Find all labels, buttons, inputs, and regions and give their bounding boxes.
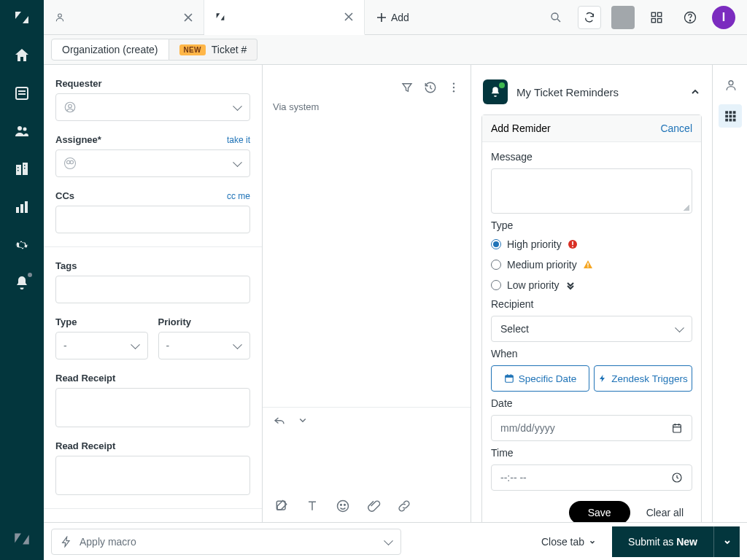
emoji-icon[interactable]	[336, 499, 350, 513]
svg-rect-9	[24, 165, 26, 166]
breadcrumb-ticket[interactable]: NEW Ticket #	[169, 39, 258, 61]
refresh-button[interactable]	[578, 6, 601, 29]
svg-rect-16	[651, 12, 655, 16]
save-button[interactable]: Save	[569, 501, 630, 522]
read-receipt-label-2: Read Receipt	[55, 440, 115, 451]
search-icon[interactable]	[544, 6, 568, 29]
zendesk-triggers-button[interactable]: Zendesk Triggers	[594, 365, 692, 392]
close-icon[interactable]	[344, 12, 354, 22]
specific-date-button[interactable]: Specific Date	[491, 365, 589, 392]
apps-icon[interactable]	[645, 6, 668, 29]
when-label: When	[491, 348, 692, 359]
chevron-down-icon[interactable]	[296, 413, 309, 427]
close-tab-button[interactable]: Close tab	[541, 536, 596, 548]
svg-point-27	[453, 83, 454, 85]
type-label: Type	[55, 316, 77, 327]
footer-bar: Apply macro Close tab Submit as New	[44, 522, 747, 560]
reply-icon[interactable]	[273, 413, 286, 427]
tags-input[interactable]	[55, 276, 250, 303]
svg-rect-7	[18, 167, 19, 168]
help-icon[interactable]	[678, 6, 702, 29]
apply-macro-select[interactable]: Apply macro	[51, 529, 401, 555]
svg-point-15	[551, 13, 558, 20]
tab-ticket[interactable]	[204, 0, 365, 35]
svg-rect-35	[572, 241, 573, 245]
notifications-icon[interactable]	[13, 274, 31, 292]
svg-rect-41	[507, 374, 508, 376]
priority-select[interactable]: -	[158, 332, 251, 359]
svg-rect-47	[729, 111, 732, 114]
requester-select[interactable]	[55, 93, 250, 121]
svg-rect-8	[18, 170, 19, 171]
more-icon[interactable]	[447, 81, 460, 94]
priority-label: Priority	[158, 316, 192, 327]
svg-point-14	[58, 14, 62, 18]
radio-low[interactable]: Low priority	[491, 278, 692, 292]
add-tab-button[interactable]: Add	[365, 0, 421, 34]
time-input[interactable]: --:-- --	[491, 464, 692, 491]
tab-user[interactable]	[44, 0, 204, 34]
compose-icon[interactable]	[274, 499, 289, 513]
svg-point-45	[729, 81, 733, 85]
date-input[interactable]: mm/dd/yyyy	[491, 415, 692, 441]
user-icon	[54, 12, 66, 23]
user-icon[interactable]	[724, 78, 737, 91]
context-rail	[712, 65, 747, 522]
message-textarea[interactable]	[491, 168, 692, 214]
cc-me-link[interactable]: cc me	[227, 191, 250, 201]
radio-medium[interactable]: Medium priority	[491, 257, 692, 272]
breadcrumb-org[interactable]: Organization (create)	[51, 39, 169, 61]
toolbar-gray-box[interactable]	[611, 6, 635, 29]
organizations-icon[interactable]	[13, 160, 31, 178]
history-icon[interactable]	[424, 81, 437, 94]
submit-caret[interactable]	[713, 526, 740, 557]
read-receipt-label: Read Receipt	[55, 373, 115, 384]
clear-all-button[interactable]: Clear all	[646, 507, 684, 518]
filter-icon[interactable]	[400, 81, 414, 94]
customers-icon[interactable]	[13, 122, 31, 140]
recipient-label: Recipient	[491, 298, 692, 310]
svg-rect-12	[20, 204, 23, 213]
read-receipt-input-2[interactable]	[55, 456, 250, 495]
text-icon[interactable]	[305, 499, 320, 513]
type-label: Type	[491, 219, 692, 231]
nav-rail	[0, 0, 44, 560]
high-priority-icon	[568, 239, 578, 249]
link-icon[interactable]	[397, 499, 411, 513]
breadcrumb: Organization (create) NEW Ticket #	[44, 35, 747, 64]
apps-grid-icon[interactable]	[719, 104, 742, 128]
properties-panel: Requester Assignee* take it	[44, 65, 263, 522]
svg-point-23	[69, 104, 72, 108]
avatar[interactable]: I	[712, 6, 735, 29]
reminder-card: Add Remider Cancel Message Type High pri…	[481, 114, 702, 522]
brand-logo[interactable]	[13, 9, 31, 26]
reporting-icon[interactable]	[13, 198, 31, 216]
take-it-link[interactable]: take it	[227, 135, 250, 145]
home-icon[interactable]	[13, 47, 31, 64]
zendesk-footer-icon[interactable]	[12, 529, 31, 548]
svg-rect-50	[729, 115, 732, 118]
svg-rect-11	[16, 207, 19, 213]
recipient-select[interactable]: Select	[491, 316, 692, 342]
read-receipt-input-1[interactable]	[55, 388, 250, 427]
svg-point-25	[70, 160, 74, 164]
collapse-icon[interactable]	[690, 87, 700, 97]
attachment-icon[interactable]	[366, 499, 381, 513]
cancel-link[interactable]: Cancel	[660, 122, 692, 134]
svg-rect-2	[18, 93, 26, 95]
new-badge: NEW	[179, 44, 206, 55]
radio-high[interactable]: High priority	[491, 237, 692, 252]
svg-point-4	[23, 128, 27, 131]
views-icon[interactable]	[13, 85, 31, 102]
tags-label: Tags	[55, 260, 77, 271]
medium-priority-icon	[583, 260, 593, 270]
svg-point-29	[453, 90, 454, 92]
close-icon[interactable]	[183, 12, 193, 23]
submit-button-group: Submit as New	[612, 526, 740, 557]
submit-button[interactable]: Submit as New	[612, 536, 713, 548]
admin-icon[interactable]	[13, 236, 31, 254]
ccs-input[interactable]	[55, 206, 250, 233]
svg-rect-49	[725, 115, 728, 118]
type-select[interactable]: -	[55, 332, 148, 359]
assignee-select[interactable]	[55, 149, 250, 177]
